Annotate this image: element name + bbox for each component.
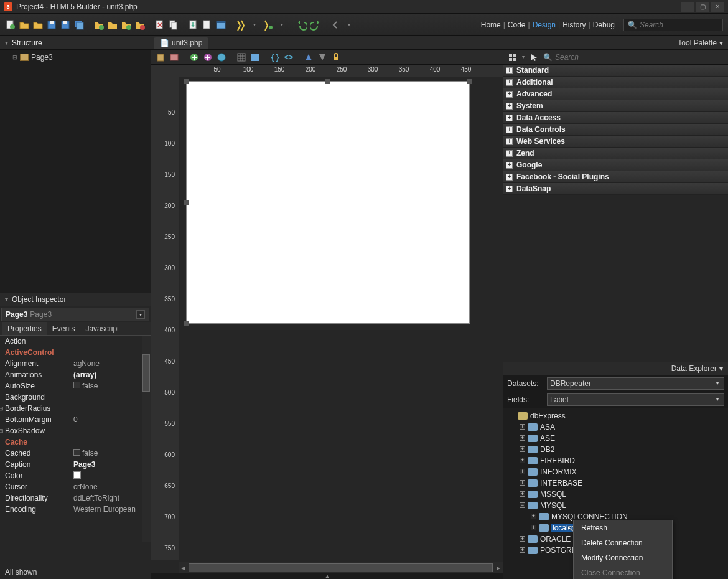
tree-node[interactable]: +MSSQL: [506, 489, 726, 500]
expand-icon[interactable]: +: [506, 138, 513, 145]
new-file-icon[interactable]: [5, 19, 16, 31]
property-value[interactable]: Western European: [73, 505, 136, 514]
structure-header[interactable]: ▾ Structure: [0, 36, 151, 50]
palette-category[interactable]: +DataSnap: [503, 183, 728, 195]
palette-category[interactable]: +Additional: [503, 77, 728, 88]
open-folder-icon[interactable]: [19, 19, 30, 31]
download-doc-icon[interactable]: [188, 19, 199, 31]
flip-h-icon[interactable]: [303, 52, 314, 63]
property-row[interactable]: CursorcrNone: [0, 481, 151, 492]
property-value[interactable]: 0: [73, 415, 78, 424]
clipboard-icon[interactable]: [155, 52, 166, 63]
tree-node[interactable]: +FIREBIRD: [506, 455, 726, 466]
run-dropdown-icon[interactable]: ▾: [249, 19, 260, 31]
oi-target-selector[interactable]: Page3 Page3 ▾: [1, 308, 149, 321]
palette-category[interactable]: +Google: [503, 159, 728, 171]
expand-icon[interactable]: +: [506, 79, 513, 86]
data-explorer-tree[interactable]: dbExpress+ASA+ASE+DB2+FIREBIRD+INFORMIX+…: [503, 408, 728, 580]
save-icon[interactable]: [46, 19, 57, 31]
palette-category[interactable]: +System: [503, 100, 728, 112]
add-icon[interactable]: [189, 52, 200, 63]
horizontal-scrollbar[interactable]: ◂ ▸: [179, 562, 503, 573]
property-grid[interactable]: ActionActiveControlAlignmentagNoneAnimat…: [0, 336, 151, 542]
property-row[interactable]: ⊞BorderRadius: [0, 403, 151, 414]
tree-node[interactable]: +DB2: [506, 444, 726, 455]
undo-icon[interactable]: [296, 19, 307, 31]
property-row[interactable]: Cachedfalse: [0, 448, 151, 459]
back-icon[interactable]: [330, 19, 341, 31]
context-menu-item[interactable]: Refresh: [574, 520, 672, 535]
expand-icon[interactable]: +: [506, 162, 513, 169]
palette-category[interactable]: +Facebook - Social Plugins: [503, 171, 728, 183]
tool-palette-header[interactable]: Tool Palette ▾: [503, 36, 728, 50]
close-button[interactable]: ✕: [711, 2, 724, 12]
file-tab-active[interactable]: 📄 unit3.php: [154, 37, 208, 49]
expand-icon[interactable]: +: [506, 186, 513, 192]
property-row[interactable]: CaptionPage3: [0, 459, 151, 470]
tab-events[interactable]: Events: [47, 322, 81, 335]
expand-icon[interactable]: +: [506, 91, 513, 98]
open-folder-alt-icon[interactable]: [32, 19, 44, 31]
maximize-button[interactable]: ▢: [696, 2, 709, 12]
expand-icon[interactable]: +: [506, 67, 513, 74]
top-search[interactable]: 🔍: [623, 19, 723, 31]
nav-debug[interactable]: Debug: [593, 21, 615, 29]
expand-icon[interactable]: +: [506, 103, 513, 110]
tree-node[interactable]: dbExpress: [506, 410, 726, 421]
property-row[interactable]: BottomMargin0: [0, 414, 151, 425]
expand-icon[interactable]: +: [506, 115, 513, 121]
code-icon[interactable]: <>: [283, 52, 294, 63]
folder-remove-icon[interactable]: [134, 19, 146, 31]
property-row[interactable]: ActiveControl: [0, 347, 151, 358]
globe-icon[interactable]: [216, 52, 227, 63]
property-row[interactable]: Cache: [0, 436, 151, 448]
docs-icon[interactable]: [168, 19, 179, 31]
form-canvas[interactable]: [186, 81, 470, 324]
expand-icon[interactable]: +: [506, 126, 513, 133]
property-value[interactable]: [73, 471, 81, 481]
lock-icon[interactable]: [330, 52, 342, 63]
category-view-icon[interactable]: [507, 52, 518, 63]
top-search-input[interactable]: [640, 21, 719, 29]
palette-category[interactable]: +Standard: [503, 65, 728, 77]
property-row[interactable]: DirectionalityddLeftToRight: [0, 492, 151, 504]
object-inspector-header[interactable]: ▾ Object Inspector: [0, 293, 151, 306]
property-row[interactable]: AutoSizefalse: [0, 380, 151, 392]
back-dd-icon[interactable]: ▾: [343, 19, 355, 31]
flip-v-icon[interactable]: [317, 52, 328, 63]
property-row[interactable]: Background: [0, 392, 151, 403]
property-value[interactable]: false: [73, 449, 98, 458]
nav-design[interactable]: Design: [533, 21, 556, 29]
tool-palette-search-input[interactable]: [555, 53, 724, 62]
palette-category[interactable]: +Data Access: [503, 112, 728, 124]
property-value[interactable]: (array): [73, 370, 96, 379]
palette-category[interactable]: +Web Services: [503, 136, 728, 148]
property-row[interactable]: EncodingWestern European: [0, 504, 151, 515]
save-as-icon[interactable]: [60, 19, 71, 31]
tab-javascript[interactable]: Javascript: [80, 322, 124, 335]
dropdown-icon[interactable]: ▾: [136, 310, 145, 319]
palette-category[interactable]: +Data Controls: [503, 124, 728, 136]
data-explorer-header[interactable]: Data Explorer ▾: [503, 362, 728, 375]
redo-icon[interactable]: [310, 19, 321, 31]
grid-icon[interactable]: [236, 52, 247, 63]
folder-check-icon[interactable]: [121, 19, 132, 31]
property-value[interactable]: ddLeftToRight: [73, 494, 119, 502]
tab-properties[interactable]: Properties: [2, 322, 47, 335]
tree-node[interactable]: +ASA: [506, 421, 726, 433]
context-menu-item[interactable]: Delete Connection: [574, 535, 672, 550]
add-purple-icon[interactable]: [202, 52, 213, 63]
property-row[interactable]: Animations(array): [0, 369, 151, 380]
property-row[interactable]: ⊞BoxShadow: [0, 425, 151, 436]
tree-node[interactable]: +ASE: [506, 433, 726, 444]
debug-dropdown-icon[interactable]: ▾: [276, 19, 287, 31]
structure-root-item[interactable]: ⊟ Page3: [11, 52, 148, 62]
minimize-button[interactable]: —: [681, 2, 694, 12]
debug-run-icon[interactable]: [263, 19, 274, 31]
property-row[interactable]: AlignmentagNone: [0, 358, 151, 369]
tree-node[interactable]: −MYSQL: [506, 500, 726, 511]
tool-palette-search[interactable]: 🔍: [543, 53, 724, 62]
window-icon[interactable]: [215, 19, 226, 31]
run-icon[interactable]: [235, 19, 246, 31]
brackets-icon[interactable]: { }: [269, 52, 281, 63]
